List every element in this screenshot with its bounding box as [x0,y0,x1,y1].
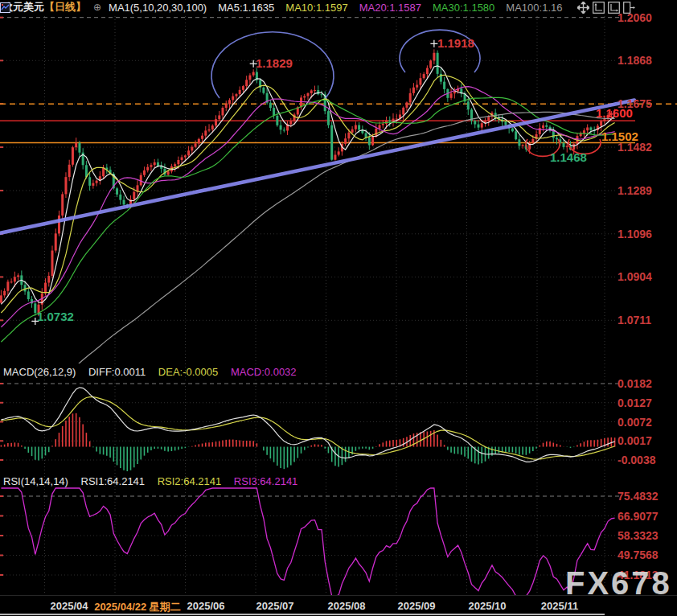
macd-dea-value: DEA:-0.0005 [158,366,218,378]
chart-toolbar [577,2,635,14]
ma30-legend: MA30:1.1580 [433,2,494,14]
macd-macd-value: MACD:0.0032 [231,366,297,378]
x-axis-scale-icon[interactable] [608,2,620,14]
date-axis-label: 2025/06 [187,600,225,612]
rsi1-value: RSI1:64.2141 [81,475,146,487]
date-axis-label: 2025/08 [328,600,366,612]
date-axis-label: 2025/09 [398,600,436,612]
date-axis-label: 2025/11 [541,600,578,612]
horizontal-scrollbar[interactable] [0,614,605,615]
ma5-legend: MA5:1.1635 [218,2,274,14]
ma-settings-legend: MA1(5,10,20,30,100) [109,2,207,14]
ma-legend: MA1(5,10,20,30,100)MA5:1.1635MA10:1.1597… [109,2,562,14]
chart-header: 欧元美元【日线】 ⊕ MA1(5,10,20,30,100)MA5:1.1635… [0,0,677,14]
circle-plus-icon[interactable]: ⊕ [93,2,101,13]
date-axis-label: 2025/04 [51,600,88,612]
rsi-header: RSI(14,14,14) RSI1:64.2141 RSI2:64.2141 … [3,475,307,487]
macd-panel-canvas[interactable] [0,363,677,473]
main-chart-canvas[interactable] [0,14,677,363]
rsi-params: RSI(14,14,14) [3,475,68,487]
panel-collapse-icon[interactable] [623,2,635,14]
ma100-legend: MA100:1.16 [506,2,562,14]
rsi2-value: RSI2:64.2141 [158,475,222,487]
timeframe-label: 【日线】 [44,0,86,14]
crosshair-date-label: 2025/04/22 星期二 [94,600,181,614]
macd-header: MACD(26,12,9) DIFF:0.0011 DEA:-0.0005 MA… [3,366,306,378]
chart-type-icon[interactable] [0,2,10,13]
chart-window: 欧元美元【日线】 ⊕ MA1(5,10,20,30,100)MA5:1.1635… [0,0,677,616]
date-axis-label: 2025/07 [256,600,294,612]
rsi3-value: RSI3:64.2141 [234,475,298,487]
y-axis-scale-icon[interactable] [593,2,605,14]
ma10-legend: MA10:1.1597 [285,2,347,14]
date-axis-label: 2025/10 [469,600,507,612]
pan-tool-icon[interactable] [577,2,589,14]
macd-params: MACD(26,12,9) [3,366,76,378]
macd-diff-value: DIFF:0.0011 [88,366,146,378]
ma20-legend: MA20:1.1587 [359,2,421,14]
